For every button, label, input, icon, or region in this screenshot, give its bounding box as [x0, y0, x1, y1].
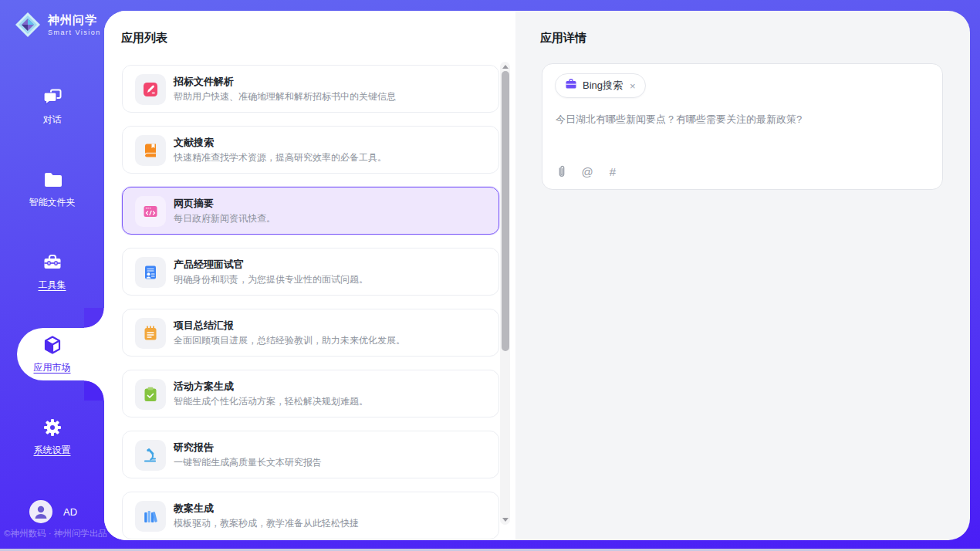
app-card-name: 研究报告	[174, 441, 214, 455]
prompt-card: Bing搜索 × 今日湖北有哪些新闻要点？有哪些需要关注的最新政策? @#	[542, 63, 943, 190]
sidebar-item-label: 对话	[43, 113, 62, 127]
browser-code-icon	[135, 196, 166, 227]
active-tab-connector-top	[84, 308, 104, 328]
sidebar-item-toolset[interactable]: 工具集	[0, 230, 104, 313]
copyright-text: ©神州数码 · 神州问学出品	[4, 528, 107, 539]
hash-icon[interactable]: #	[606, 164, 620, 178]
notepad-icon	[135, 318, 166, 349]
pen-edit-icon	[135, 74, 166, 105]
app-card-description: 明确身份和职责，为您提供专业性的面试问题。	[174, 273, 368, 286]
at-icon[interactable]: @	[580, 164, 594, 178]
sidebar-item-system-settings[interactable]: 系统设置	[0, 395, 104, 478]
microscope-icon	[135, 440, 166, 471]
app-card-description: 一键智能生成高质量长文本研究报告	[174, 456, 322, 469]
brand-diamond-icon	[14, 11, 42, 39]
chip-close-icon[interactable]: ×	[630, 80, 636, 92]
prompt-input[interactable]: 今日湖北有哪些新闻要点？有哪些需要关注的最新政策?	[556, 112, 929, 127]
sidebar: 神州问学 Smart Vision 对话智能文件夹工具集应用市场系统设置 AD …	[0, 0, 104, 551]
app-card[interactable]: 教案生成模板驱动，教案秒成，教学准备从此轻松快捷	[122, 492, 499, 539]
app-card[interactable]: 活动方案生成智能生成个性化活动方案，轻松解决规划难题。	[122, 370, 499, 417]
app-card-description: 模板驱动，教案秒成，教学准备从此轻松快捷	[174, 517, 359, 530]
app-list-title: 应用列表	[121, 31, 167, 46]
folder-icon	[42, 169, 63, 191]
scrollbar[interactable]	[500, 62, 510, 525]
composer-toolbar: @#	[555, 164, 620, 178]
app-card[interactable]: 网页摘要每日政府新闻资讯快查。	[122, 187, 499, 235]
clipboard-check-icon	[135, 379, 166, 410]
cube-icon	[42, 334, 63, 356]
brand-logo: 神州问学 Smart Vision	[14, 11, 101, 39]
app-card[interactable]: 项目总结汇报全面回顾项目进展，总结经验教训，助力未来优化发展。	[122, 309, 499, 357]
brand-name: 神州问学	[48, 13, 101, 28]
books-icon	[135, 501, 166, 532]
user-name: AD	[63, 506, 77, 518]
scrollbar-thumb[interactable]	[502, 71, 509, 351]
app-card-description: 全面回顾项目进展，总结经验教训，助力未来优化发展。	[174, 334, 405, 347]
sidebar-nav: 对话智能文件夹工具集应用市场系统设置	[0, 65, 104, 478]
app-card[interactable]: 研究报告一键智能生成高质量长文本研究报告	[122, 431, 499, 478]
app-card-name: 活动方案生成	[174, 380, 234, 394]
app-card[interactable]: 文献搜索快速精准查找学术资源，提高研究效率的必备工具。	[122, 126, 499, 174]
app-card-name: 文献搜索	[174, 136, 214, 150]
gear-icon	[42, 417, 63, 438]
interviewer-icon	[135, 257, 166, 288]
app-card-description: 智能生成个性化活动方案，轻松解决规划难题。	[174, 395, 368, 408]
sidebar-item-chat[interactable]: 对话	[0, 65, 104, 147]
app-card-name: 产品经理面试官	[174, 258, 244, 272]
brand-subtitle: Smart Vision	[48, 29, 101, 36]
scrollbar-up-arrow-icon[interactable]	[502, 65, 509, 69]
active-tab-connector-bottom	[84, 380, 104, 401]
app-list-panel: 应用列表 招标文件解析帮助用户快速、准确地理解和解析招标书中的关键信息文献搜索快…	[104, 11, 515, 540]
app-card-description: 每日政府新闻资讯快查。	[174, 212, 275, 225]
sidebar-item-label: 智能文件夹	[29, 196, 76, 209]
app-card[interactable]: 招标文件解析帮助用户快速、准确地理解和解析招标书中的关键信息	[122, 65, 499, 113]
chat-icon	[42, 86, 63, 108]
toolbox-icon	[42, 252, 63, 273]
app-detail-panel: 应用详情 Bing搜索 × 今日湖北有哪些新闻要点？有哪些需要关注的最新政策? …	[515, 11, 970, 540]
user-profile[interactable]: AD	[29, 500, 77, 523]
chip-label: Bing搜索	[583, 79, 623, 93]
app-card[interactable]: 产品经理面试官明确身份和职责，为您提供专业性的面试问题。	[122, 248, 499, 296]
paperclip-icon[interactable]	[555, 164, 569, 178]
sidebar-item-label: 工具集	[39, 279, 66, 292]
app-card-list: 招标文件解析帮助用户快速、准确地理解和解析招标书中的关键信息文献搜索快速精准查找…	[122, 65, 499, 540]
app-detail-title: 应用详情	[540, 31, 586, 46]
app-window: 神州问学 Smart Vision 对话智能文件夹工具集应用市场系统设置 AD …	[0, 0, 980, 551]
sidebar-item-label: 应用市场	[34, 361, 71, 374]
sidebar-item-app-market[interactable]: 应用市场	[0, 313, 104, 395]
app-card-description: 帮助用户快速、准确地理解和解析招标书中的关键信息	[174, 90, 396, 103]
app-card-name: 招标文件解析	[174, 75, 234, 89]
tool-chip-bing[interactable]: Bing搜索 ×	[555, 73, 646, 98]
briefcase-icon	[565, 78, 577, 93]
scrollbar-down-arrow-icon[interactable]	[502, 518, 509, 522]
app-card-name: 项目总结汇报	[174, 319, 234, 333]
app-card-description: 快速精准查找学术资源，提高研究效率的必备工具。	[174, 151, 387, 164]
sidebar-item-smart-folder[interactable]: 智能文件夹	[0, 147, 104, 230]
user-avatar-icon	[29, 500, 52, 523]
app-card-name: 网页摘要	[174, 197, 214, 211]
content-panel: 应用列表 招标文件解析帮助用户快速、准确地理解和解析招标书中的关键信息文献搜索快…	[104, 11, 970, 540]
app-card-name: 教案生成	[174, 502, 214, 516]
sidebar-item-label: 系统设置	[34, 444, 71, 457]
book-icon	[135, 135, 166, 166]
